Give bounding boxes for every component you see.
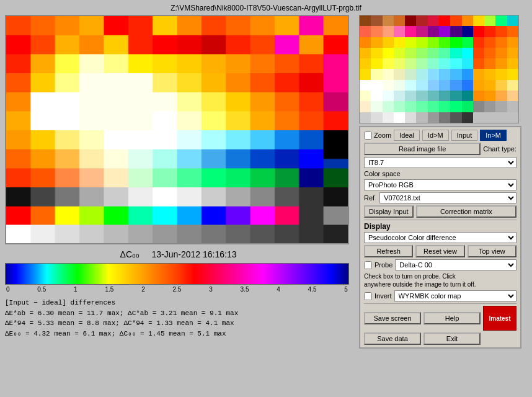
- swatch-cell: [371, 48, 382, 58]
- swatch-cell: [507, 58, 518, 69]
- save-screen-button[interactable]: Save screen: [364, 312, 421, 324]
- display-mode-row: Pseudocolor Color difference: [364, 232, 516, 243]
- swatch-cell: [450, 69, 461, 79]
- swatch-cell: [439, 48, 450, 58]
- display-input-button[interactable]: Display Input: [364, 205, 414, 218]
- swatch-cell: [473, 80, 484, 91]
- swatch-cell: [507, 37, 518, 48]
- swatch-cell: [405, 101, 416, 112]
- swatch-cell: [495, 69, 507, 79]
- zoom-label: Zoom: [374, 132, 391, 139]
- correction-matrix-button[interactable]: Correction matrix: [416, 205, 516, 218]
- ref-label: Ref: [364, 194, 375, 202]
- swatch-cell: [439, 91, 450, 101]
- probe-select[interactable]: Delta-C 00: [395, 259, 516, 270]
- swatch-cell: [371, 91, 382, 101]
- swatch-cell: [383, 58, 394, 69]
- tab-ideal-button[interactable]: Ideal: [394, 130, 420, 141]
- swatch-cell: [416, 48, 427, 58]
- swatch-cell: [462, 69, 473, 79]
- swatch-cell: [371, 80, 382, 91]
- gradient-bar: [5, 263, 349, 285]
- swatch-cell: [462, 80, 473, 91]
- swatch-cell: [394, 91, 405, 101]
- swatch-cell: [462, 48, 473, 58]
- swatch-cell: [507, 101, 518, 112]
- swatch-cell: [450, 80, 461, 91]
- swatch-cell: [405, 58, 416, 69]
- window-title: Z:\VMShared\Nik8000-IT8V50-Vuescan-Argyl…: [171, 4, 361, 12]
- swatch-cell: [439, 58, 450, 69]
- swatch-cell: [405, 26, 416, 37]
- swatch-cell: [394, 101, 405, 112]
- stats-line1: [Input − ideal] differences: [5, 298, 352, 308]
- help-button[interactable]: Help: [423, 312, 481, 324]
- display-mode-select[interactable]: Pseudocolor Color difference: [364, 232, 516, 243]
- swatch-cell: [394, 58, 405, 69]
- probe-checkbox[interactable]: [364, 261, 372, 269]
- swatch-cell: [394, 112, 405, 123]
- tab-input-button[interactable]: Input: [451, 130, 477, 141]
- swatch-cell: [428, 80, 439, 91]
- swatch-cell: [383, 101, 394, 112]
- swatch-cell: [439, 16, 450, 26]
- swatch-cell: [428, 48, 439, 58]
- swatch-cell: [428, 69, 439, 79]
- controls-panel: Zoom Ideal Id>M Input In>M Read image fi…: [359, 126, 521, 349]
- swatch-cell: [495, 91, 507, 101]
- swatch-cell: [383, 37, 394, 48]
- swatch-cell: [439, 37, 450, 48]
- swatch-cell: [462, 58, 473, 69]
- zoom-checkbox[interactable]: [364, 132, 372, 140]
- swatch-cell: [360, 26, 371, 37]
- swatch-cell: [439, 26, 450, 37]
- display-section-header: Display: [364, 222, 516, 231]
- swatch-cell: [360, 69, 371, 79]
- swatch-cell: [462, 37, 473, 48]
- swatch-cell: [495, 26, 507, 37]
- left-panel: ΔC₀₀ 13-Jun-2012 16:16:13 0 0.5 1 1.5 2 …: [0, 15, 357, 349]
- refresh-button[interactable]: Refresh: [364, 245, 413, 257]
- ref-select[interactable]: V070218.txt: [379, 192, 516, 203]
- swatch-cell: [416, 91, 427, 101]
- swatch-cell: [450, 58, 461, 69]
- gradient-section: 0 0.5 1 1.5 2 2.5 3 3.5 4 4.5 5: [5, 263, 352, 293]
- swatch-cell: [495, 37, 507, 48]
- stats-line3: ΔE*94 = 5.33 mean = 8.8 max; ΔC*94 = 1.3…: [5, 318, 352, 329]
- tab-inm-button[interactable]: In>M: [480, 130, 507, 141]
- top-view-button[interactable]: Top view: [468, 245, 516, 257]
- swatch-cell: [428, 26, 439, 37]
- swatch-cell: [394, 26, 405, 37]
- save-data-button[interactable]: Save data: [364, 332, 421, 345]
- swatch-cell: [473, 16, 484, 26]
- swatch-cell: [405, 91, 416, 101]
- swatch-cell: [484, 26, 495, 37]
- swatch-cell: [462, 26, 473, 37]
- delta-label: ΔC₀₀ 13-Jun-2012 16:16:13: [5, 247, 352, 261]
- swatch-cell: [507, 91, 518, 101]
- swatch-cell: [405, 37, 416, 48]
- chart-type-select[interactable]: IT8.7: [364, 157, 516, 168]
- swatch-cell: [371, 112, 382, 123]
- swatch-cell: [416, 37, 427, 48]
- swatch-cell: [360, 91, 371, 101]
- colormap-select[interactable]: WYRMBK color map: [394, 290, 516, 301]
- tab-idm-button[interactable]: Id>M: [422, 130, 449, 141]
- read-image-button[interactable]: Read image file: [364, 143, 481, 155]
- swatch-cell: [450, 48, 461, 58]
- color-space-select[interactable]: ProPhoto RGB: [364, 179, 516, 190]
- swatch-cell: [473, 48, 484, 58]
- invert-checkbox[interactable]: [364, 292, 372, 300]
- swatch-cell: [428, 16, 439, 26]
- swatch-cell: [360, 16, 371, 26]
- reset-view-button[interactable]: Reset view: [415, 245, 464, 257]
- exit-button[interactable]: Exit: [423, 332, 481, 345]
- swatch-cell: [495, 58, 507, 69]
- swatch-cell: [405, 112, 416, 123]
- swatch-cell: [428, 101, 439, 112]
- swatch-cell: [439, 80, 450, 91]
- swatch-cell: [462, 16, 473, 26]
- swatch-cell: [383, 69, 394, 79]
- swatch-cell: [360, 58, 371, 69]
- probe-label: Probe: [375, 261, 392, 269]
